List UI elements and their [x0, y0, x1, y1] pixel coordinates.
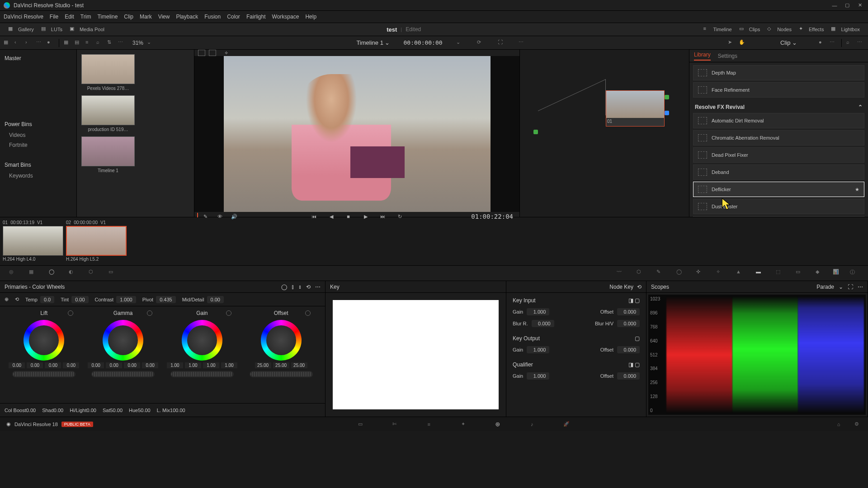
menu-fusion[interactable]: Fusion [204, 14, 221, 20]
3d-icon[interactable]: ▭ [796, 269, 805, 278]
info-icon[interactable]: ⓘ [850, 269, 859, 278]
shad-value[interactable]: 0.00 [54, 408, 63, 413]
gamma-wheel[interactable]: Gamma 0.000.000.000.00 [85, 310, 161, 403]
eye-icon[interactable]: 👁 [215, 212, 224, 221]
pen-icon[interactable]: ✎ [201, 212, 210, 221]
key-in-gain[interactable]: 1.000 [527, 308, 549, 315]
gain-wheel[interactable]: Gain 1.001.001.001.00 [164, 310, 241, 403]
gamma-master-slider[interactable] [91, 371, 155, 377]
lift-master-slider[interactable] [12, 371, 75, 377]
node-slider-icon[interactable]: ● [819, 39, 826, 47]
hdr-icon[interactable]: ◐ [69, 269, 78, 278]
search-icon[interactable]: ⌕ [96, 39, 104, 47]
sat-value[interactable]: 50.00 [110, 408, 123, 413]
scopes-display[interactable]: 1023896768 640512384 2561280 [648, 295, 866, 415]
pointer-icon[interactable]: ➤ [728, 39, 735, 47]
key-out-offset[interactable]: 0.000 [617, 346, 640, 353]
tab-library[interactable]: Library [694, 52, 711, 61]
menu-timeline[interactable]: Timeline [97, 14, 118, 20]
viewer-mode-b-icon[interactable] [209, 50, 216, 56]
tint-value[interactable]: 0.00 [71, 296, 88, 303]
key-preview[interactable] [333, 300, 499, 409]
warper-icon[interactable]: ⬡ [637, 269, 646, 278]
pivot-value[interactable]: 0.435 [156, 296, 176, 303]
fx-item[interactable]: Frame Replacer [693, 216, 864, 217]
edit-page-icon[interactable]: ≡ [424, 419, 434, 429]
minimize-button[interactable]: — [830, 1, 839, 10]
reset-gamma-icon[interactable] [147, 310, 152, 316]
rgb-mixer-icon[interactable]: ⬡ [89, 269, 98, 278]
fairlight-page-icon[interactable]: ♪ [527, 419, 537, 429]
sort-icon[interactable]: ⇅ [107, 39, 114, 47]
offset-master-slider[interactable] [250, 371, 313, 377]
fx-item[interactable]: Deband [693, 164, 864, 180]
play-button[interactable]: ▶ [361, 212, 370, 221]
motion-icon[interactable]: ▭ [108, 269, 118, 278]
reset-lift-icon[interactable] [68, 310, 73, 316]
hilight-value[interactable]: 0.00 [87, 408, 96, 413]
gain-master-slider[interactable] [170, 371, 234, 377]
scopes-expand-icon[interactable]: ⛶ [848, 284, 853, 290]
bin-view-icon[interactable]: ▦ [4, 39, 11, 47]
sizing-icon[interactable]: ⬚ [776, 269, 785, 278]
fx-item[interactable]: Dead Pixel Fixer [693, 147, 864, 163]
viewer-menu-icon[interactable]: ⋯ [519, 39, 526, 47]
node-input-icon[interactable] [533, 130, 538, 134]
powerbin-item[interactable]: Videos [0, 130, 76, 140]
camera-raw-icon[interactable]: ◎ [9, 269, 18, 278]
wheels-icon[interactable]: ◯ [49, 269, 58, 278]
media-page-icon[interactable]: ▭ [355, 419, 365, 429]
reset-offset-icon[interactable] [305, 310, 311, 316]
speaker-icon[interactable]: 🔊 [230, 212, 239, 221]
node-alpha-icon[interactable] [665, 111, 669, 115]
gallery-toggle[interactable]: ▦Gallery [5, 26, 38, 33]
wand-icon[interactable]: ✧ [224, 50, 228, 56]
fx-item[interactable]: Automatic Dirt Removal [693, 113, 864, 128]
menu-color[interactable]: Color [227, 14, 240, 20]
qual-matte-icon[interactable]: ▢ [635, 361, 640, 368]
thumb-view-icon[interactable]: ▦ [64, 39, 71, 47]
deliver-page-icon[interactable]: 🚀 [561, 419, 571, 429]
key-out-matte-icon[interactable]: ▢ [635, 335, 640, 342]
clips-toggle[interactable]: ▭Clips [736, 26, 764, 33]
maximize-button[interactable]: ▢ [843, 1, 852, 10]
node-graph[interactable]: 01 [520, 50, 689, 217]
lightbox-toggle[interactable]: ▦Lightbox [827, 26, 863, 33]
corrector-node[interactable]: 01 [606, 90, 665, 127]
window-icon[interactable]: ◯ [676, 269, 685, 278]
clip-thumb-selected[interactable]: 0200:00:00:00V1 H.264 High L5.2 [66, 220, 127, 262]
master-bin[interactable]: Master [0, 52, 76, 64]
qual-gain[interactable]: 1.000 [527, 372, 549, 380]
slider-icon[interactable]: ● [47, 39, 54, 47]
first-frame-button[interactable]: ⏮ [310, 212, 319, 221]
menu-playback[interactable]: Playback [176, 14, 198, 20]
powerbin-item[interactable]: Fortnite [0, 140, 76, 150]
menu-dots-icon[interactable]: ⋯ [118, 39, 125, 47]
key-blur-r[interactable]: 0.000 [532, 320, 554, 327]
color-page-icon[interactable]: ◎ [493, 419, 503, 429]
smartbin-item[interactable]: Keywords [0, 171, 76, 181]
menu-clip[interactable]: Clip [124, 14, 133, 20]
reset-gain-icon[interactable] [226, 310, 231, 316]
timeline-toggle[interactable]: ≡Timeline [700, 26, 736, 33]
wheels-mode-icon[interactable]: ◯ [281, 284, 287, 290]
magic-mask-icon[interactable]: ✧ [716, 269, 725, 278]
viewer-tc[interactable]: 00:00:00:00 [404, 39, 443, 46]
prev-icon[interactable]: ‹ [14, 39, 22, 47]
cut-page-icon[interactable]: ✄ [390, 419, 400, 429]
tc-dropdown-icon[interactable]: ⌄ [456, 39, 463, 47]
blur-icon[interactable]: ▲ [736, 269, 745, 278]
node-menu-icon[interactable]: ⋯ [830, 39, 837, 47]
menu-help[interactable]: Help [305, 14, 316, 20]
stop-button[interactable]: ■ [344, 212, 353, 221]
menu-fairlight[interactable]: Fairlight [246, 14, 266, 20]
next-icon[interactable]: › [25, 39, 33, 47]
loop-button[interactable]: ↻ [396, 212, 405, 221]
reset-icon[interactable]: ⟲ [306, 284, 311, 290]
viewer-mode-a-icon[interactable] [198, 50, 205, 56]
scopes-menu-icon[interactable]: ⋯ [858, 284, 863, 290]
key-in-offset[interactable]: 0.000 [617, 308, 640, 315]
lift-wheel[interactable]: Lift 0.000.000.000.00 [5, 310, 82, 403]
key-out-gain[interactable]: 1.000 [527, 346, 549, 353]
menu-mark[interactable]: Mark [140, 14, 152, 20]
